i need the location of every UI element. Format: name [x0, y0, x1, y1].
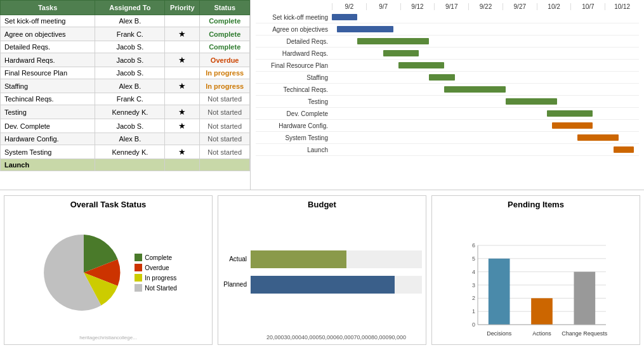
gantt-row-label: Dev. Complete	[256, 110, 332, 117]
pie-chart-box: Overall Task Status CompleteOverdueIn pr…	[4, 195, 213, 345]
table-row: Hardware Config. Alex B. Not started	[1, 133, 250, 145]
gantt-date-label: 10/2	[537, 3, 571, 10]
y-axis-label: 5	[471, 256, 475, 262]
col-header-tasks: Tasks	[1, 1, 95, 15]
table-row: Hardward Reqs. Jacob S. ★ Overdue	[1, 53, 250, 67]
gantt-row-label: Hardware Config.	[256, 122, 332, 129]
y-axis-label: 3	[471, 282, 475, 288]
status: Complete	[200, 41, 250, 53]
pending-bar-label: Decisions	[487, 330, 512, 337]
gantt-date-label: 10/7	[570, 3, 605, 10]
gantt-bar	[444, 86, 506, 93]
gantt-bar	[337, 26, 393, 32]
priority	[165, 15, 200, 27]
budget-axis-label: 20,000	[266, 334, 284, 340]
budget-bar-row: Actual	[222, 250, 422, 268]
assigned-to: Kennedy K.	[95, 105, 165, 119]
pie-legend: CompleteOverdueIn progressNot Started	[135, 254, 177, 292]
gantt-row-label: Final Resource Plan	[256, 62, 332, 69]
gantt-bars	[332, 48, 639, 59]
col-header-priority: Priority	[165, 1, 200, 15]
budget-bar-fill	[251, 250, 346, 268]
gantt-bar	[506, 98, 557, 105]
gantt-row-label: System Testing	[256, 134, 332, 141]
gantt-row: Set kick-off meeting	[256, 11, 639, 23]
gantt-row-label: Hardward Reqs.	[256, 50, 332, 57]
budget-bar-label: Actual	[222, 256, 251, 262]
y-axis-label: 6	[471, 242, 475, 249]
task-table-wrapper: Tasks Assigned To Priority Status Set ki…	[0, 0, 251, 190]
pie-chart-title: Overall Task Status	[70, 200, 147, 209]
gantt-bars	[332, 144, 639, 155]
status: Not started	[200, 105, 250, 119]
legend-label: Complete	[145, 254, 172, 261]
gantt-bars	[332, 11, 639, 23]
y-axis-label: 2	[471, 295, 475, 301]
gantt-row: Launch	[256, 144, 639, 156]
assigned-to	[95, 159, 165, 171]
priority	[165, 93, 200, 105]
gantt-bars	[332, 132, 639, 143]
legend-label: Not Started	[145, 285, 177, 292]
table-row: Dev. Complete Jacob S. ★ Not started	[1, 119, 250, 133]
gantt-date-label: 9/12	[400, 3, 435, 10]
gantt-row-label: Testing	[256, 98, 332, 105]
task-name: Final Resource Plan	[1, 67, 95, 79]
y-axis-label: 1	[471, 308, 475, 314]
budget-area: Actual Planned	[222, 212, 422, 332]
budget-chart-box: Budget Actual Planned 20,00030,00040,000…	[218, 195, 426, 345]
table-row: System Testing Kennedy K. ★ Not started	[1, 145, 250, 159]
assigned-to: Alex B.	[95, 79, 165, 93]
task-name: Detailed Reqs.	[1, 41, 95, 53]
legend-item: Complete	[135, 254, 177, 261]
gantt-bar	[383, 50, 419, 56]
pending-bar-label: Change Requests	[562, 330, 608, 337]
task-name: Testing	[1, 105, 95, 119]
priority: ★	[165, 145, 200, 159]
gantt-bars	[332, 72, 639, 83]
gantt-row: Staffing	[256, 72, 639, 84]
legend-item: In progress	[135, 274, 177, 282]
assigned-to: Frank C.	[95, 27, 165, 41]
assigned-to: Jacob S.	[95, 67, 165, 79]
pending-area: 0123456DecisionsActionsChange Requests	[436, 212, 636, 340]
table-row: Set kick-off meeting Alex B. Complete	[1, 15, 250, 27]
task-name: Hardware Config.	[1, 133, 95, 145]
main-container: Tasks Assigned To Priority Status Set ki…	[0, 0, 644, 350]
pending-bar	[488, 259, 509, 325]
gantt-bars	[332, 84, 639, 95]
task-name: Set kick-off meeting	[1, 15, 95, 27]
gantt-row: Hardware Config.	[256, 120, 639, 132]
gantt-date-label: 9/7	[366, 3, 400, 10]
table-row: Staffing Alex B. ★ In progress	[1, 79, 250, 93]
gantt-row-label: Set kick-off meeting	[256, 14, 332, 21]
gantt-rows: Set kick-off meetingAgree on objectivesD…	[256, 11, 639, 156]
gantt-row-label: Staffing	[256, 74, 332, 81]
gantt-bars	[332, 60, 639, 71]
gantt-row: Detailed Reqs.	[256, 36, 639, 48]
gantt-row: Techincal Reqs.	[256, 84, 639, 96]
status: In progress	[200, 67, 250, 79]
task-name: Launch	[1, 159, 95, 171]
gantt-bars	[332, 36, 639, 47]
gantt-bar	[552, 122, 593, 129]
gantt-row: Dev. Complete	[256, 108, 639, 120]
table-row: Launch	[1, 159, 250, 171]
status: Overdue	[200, 53, 250, 67]
assigned-to: Kennedy K.	[95, 145, 165, 159]
assigned-to: Alex B.	[95, 133, 165, 145]
gantt-date-label: 9/27	[503, 3, 537, 10]
gantt-bar	[429, 74, 454, 81]
legend-label: Overdue	[145, 264, 169, 271]
budget-axis-label: 80,000	[371, 334, 389, 340]
gantt-bar	[547, 110, 593, 117]
priority	[165, 133, 200, 145]
legend-item: Not Started	[135, 284, 177, 292]
gantt-date-label: 9/22	[468, 3, 503, 10]
budget-bar-label: Planned	[222, 281, 251, 288]
gantt-bars	[332, 120, 639, 131]
pending-bar-label: Actions	[532, 330, 551, 337]
top-section: Tasks Assigned To Priority Status Set ki…	[0, 0, 644, 190]
pending-chart-box: Pending Items 0123456DecisionsActionsCha…	[431, 195, 640, 345]
status: In progress	[200, 79, 250, 93]
